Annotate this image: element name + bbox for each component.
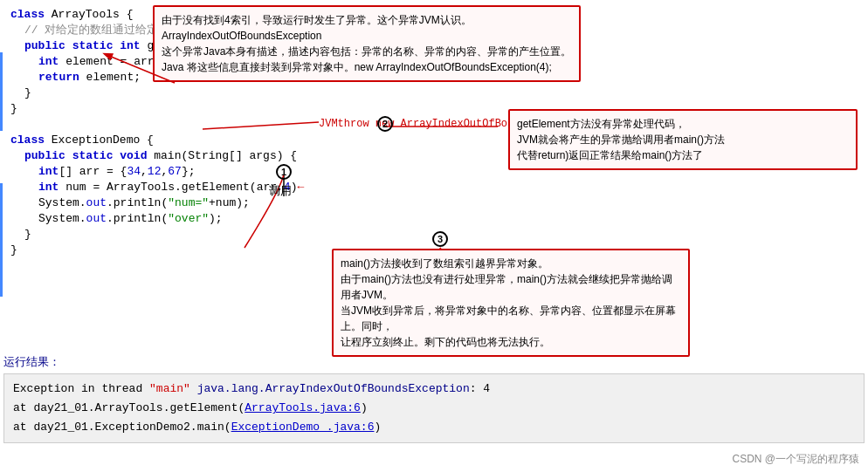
code-line-13: System.out.println("num="+num); (7, 195, 496, 211)
code-line-6: } (7, 86, 496, 101)
right-annotation-2-line2: 由于main()方法也没有进行处理异常，main()方法就会继续把异常抛给调用者… (341, 273, 672, 301)
right-annotation-1: getElement方法没有异常处理代码， JVM就会将产生的异常抛给调用者ma… (508, 109, 858, 170)
top-annotation-line1: 由于没有找到4索引，导致运行时发生了异常。这个异常JVM认识。ArrayInde… (162, 14, 472, 42)
run-result-section: 运行结果： Exception in thread "main" java.la… (3, 354, 865, 443)
top-annotation-line2: 这个异常Java本身有描述，描述内容包括：异常的名称、异常的内容、异常的产生位置… (162, 45, 571, 58)
run-l3-p1: at day21_01.ExceptionDemo2.main( (13, 421, 231, 434)
top-annotation-box: 由于没有找到4索引，导致运行时发生了异常。这个异常JVM认识。ArrayInde… (153, 5, 581, 82)
run-l3-p2: ExceptionDemo .java:6 (231, 421, 375, 434)
run-output-box: Exception in thread "main" java.lang.Arr… (3, 373, 865, 443)
run-l1-p2: "main" (149, 382, 190, 395)
call-label: 调用 (269, 183, 292, 199)
circle-2: 2 (377, 116, 393, 132)
run-l2-p1: at day21_01.ArrayTools.getElement( (13, 401, 245, 414)
run-result-label: 运行结果： (3, 354, 865, 370)
run-l1-p3: java.lang.ArrayIndexOutOfBoundsException (190, 382, 470, 395)
code-line-10: public static void main(String[] args) { (7, 148, 496, 164)
right-annotation-1-line2: JVM就会将产生的异常抛给调用者main()方法 (517, 133, 725, 146)
run-l1-p4: : 4 (470, 382, 490, 395)
code-line-7: } (7, 101, 496, 117)
top-annotation-line3: Java 将这些信息直接封装到异常对象中。new ArrayIndexOutOf… (162, 61, 552, 73)
circle-3: 3 (432, 231, 448, 247)
code-line-14: System.out.println("over"); (7, 211, 496, 227)
main-container: class ArrayTools { // 对给定的数组通过给定的角标获取元素。… (0, 0, 868, 472)
run-l3-p3: ) (374, 421, 381, 434)
run-line-3: at day21_01.ExceptionDemo2.main(Exceptio… (13, 418, 855, 437)
code-line-11: int[] arr = {34,12,67}; (7, 164, 496, 180)
right-annotation-2-line3: 当JVM收到异常后，将异常对象中的名称、异常内容、位置都显示在屏幕上。同时， (341, 304, 676, 332)
code-line-15: } (7, 227, 496, 243)
run-line-1: Exception in thread "main" java.lang.Arr… (13, 380, 855, 399)
right-annotation-2-line4: 让程序立刻终止。剩下的代码也将无法执行。 (341, 336, 550, 348)
run-l1-p1: Exception in thread (13, 382, 149, 395)
run-l2-p2: ArrayTools.java:6 (245, 401, 361, 414)
circle-1: 1 (276, 164, 292, 180)
code-line-9: class ExceptionDemo { (7, 133, 496, 148)
run-line-2: at day21_01.ArrayTools.getElement(ArrayT… (13, 399, 855, 418)
right-annotation-2: main()方法接收到了数组索引越界异常对象。 由于main()方法也没有进行处… (332, 249, 690, 357)
code-line-12: int num = ArrayTools.getElement(arr,4)← (7, 180, 496, 195)
right-annotation-1-line1: getElement方法没有异常处理代码， (517, 118, 685, 130)
right-annotation-2-line1: main()方法接收到了数组索引越界异常对象。 (341, 257, 548, 270)
left-bracket-1 (0, 52, 4, 131)
right-annotation-1-line3: 代替return)返回正常结果给main()方法了 (517, 149, 703, 161)
watermark: CSDN @一个写泥的程序猿 (732, 452, 859, 467)
run-l2-p3: ) (361, 401, 368, 414)
left-bracket-2 (0, 183, 4, 297)
